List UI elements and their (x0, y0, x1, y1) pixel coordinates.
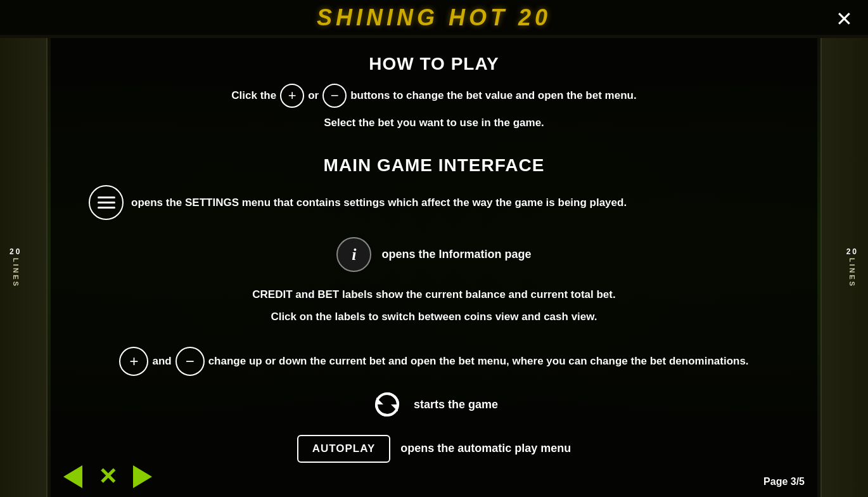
info-text: opens the Information page (381, 248, 531, 261)
nav-close-button[interactable]: ✕ (92, 464, 124, 489)
how-to-play-line1: Click the + or − buttons to change the b… (89, 84, 779, 108)
close-button[interactable]: ✕ (833, 8, 855, 30)
spin-text: starts the game (414, 398, 498, 411)
credit-bet-block: CREDIT and BET labels show the current b… (252, 286, 615, 330)
line1-prefix: Click the (231, 89, 276, 102)
arrow-left-icon (63, 465, 82, 488)
autoplay-text: opens the automatic play menu (400, 442, 571, 455)
nav-x-icon: ✕ (98, 465, 117, 488)
slot-column-right: 20 LINES (820, 38, 868, 497)
info-row: i opens the Information page (89, 237, 779, 272)
info-icon: i (336, 237, 371, 272)
svg-marker-1 (391, 404, 398, 411)
close-icon: ✕ (836, 9, 853, 29)
hamburger-line-1 (98, 197, 115, 198)
lines-text-right: LINES (848, 258, 856, 288)
how-to-play-title: HOW TO PLAY (369, 54, 499, 74)
hamburger-icon (89, 185, 124, 220)
plus-icon-large: + (119, 347, 148, 376)
arrow-right-icon (133, 465, 152, 488)
and-text: and (152, 355, 171, 368)
main-game-interface-title: MAIN GAME INTERFACE (324, 155, 545, 176)
lines-label-right: 20 LINES (846, 247, 858, 288)
lines-text-left: LINES (12, 258, 20, 288)
game-title: SHINING HOT 20 (317, 4, 551, 31)
how-to-play-line2: Select the bet you want to use in the ga… (324, 114, 544, 131)
nav-next-button[interactable] (127, 464, 158, 489)
nav-prev-button[interactable] (57, 464, 89, 489)
line1-suffix: buttons to change the bet value and open… (350, 89, 636, 102)
minus-icon-large: − (176, 347, 205, 376)
autoplay-button[interactable]: AUTOPLAY (297, 435, 391, 463)
spin-row: starts the game (89, 387, 779, 422)
title-bar: SHINING HOT 20 (0, 0, 868, 35)
credit-bet-text2: Click on the labels to switch between co… (252, 308, 615, 325)
line1-or: or (308, 89, 319, 102)
page-indicator: Page 3/5 (763, 476, 805, 487)
minus-icon-small: − (322, 84, 347, 108)
hamburger-line-3 (98, 207, 115, 209)
settings-row: opens the SETTINGS menu that contains se… (89, 185, 779, 220)
bottom-navigation: ✕ (57, 464, 158, 489)
autoplay-row: AUTOPLAY opens the automatic play menu (89, 435, 779, 463)
bet-change-row: + and − change up or down the current be… (89, 347, 779, 376)
bet-change-text: change up or down the current bet and op… (208, 355, 749, 368)
settings-text: opens the SETTINGS menu that contains se… (131, 197, 779, 209)
credit-bet-text: CREDIT and BET labels show the current b… (252, 286, 615, 303)
lines-number-right: 20 (846, 247, 858, 256)
content-panel: HOW TO PLAY Click the + or − buttons to … (51, 38, 817, 497)
plus-icon-small: + (280, 84, 304, 108)
lines-number-left: 20 (10, 247, 22, 256)
spin-icon (370, 387, 405, 422)
hamburger-line-2 (98, 202, 115, 203)
slot-column-left: 20 LINES (0, 38, 48, 497)
lines-label-left: 20 LINES (10, 247, 22, 288)
